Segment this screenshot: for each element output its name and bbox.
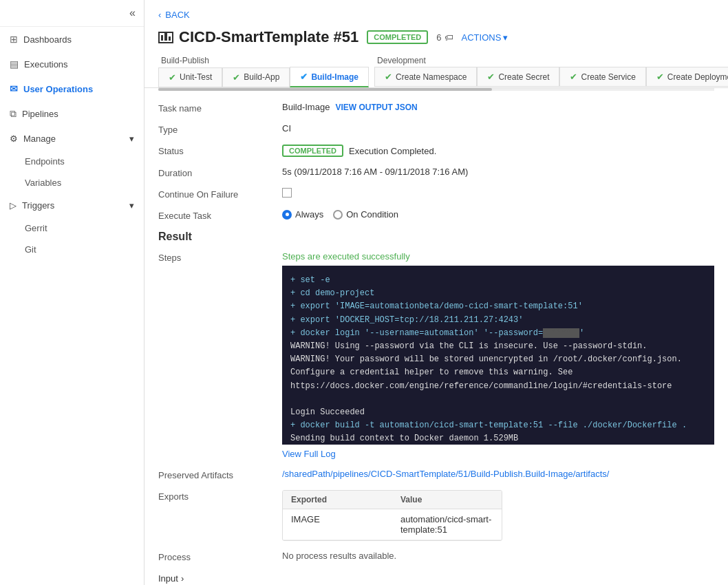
status-completed-badge: COMPLETED <box>282 145 343 157</box>
terminal-line-5: WARNING! Using --password via the CLI is… <box>290 340 706 353</box>
sidebar-item-user-operations[interactable]: ✉ User Operations <box>0 76 144 101</box>
exports-table-container: Exported Value IMAGE automation/cicd-sma… <box>282 490 502 541</box>
task-name-label: Task name <box>158 102 282 114</box>
terminal-output: + set -e + cd demo-project + export 'IMA… <box>282 266 714 445</box>
artifacts-label: Preserved Artifacts <box>158 469 282 480</box>
page-header: CICD-SmartTemplate #51 COMPLETED 6 🏷 ACT… <box>144 25 728 53</box>
result-section-title: Result <box>158 231 714 243</box>
field-steps: Steps Steps are executed successfully + … <box>158 251 714 459</box>
back-label: BACK <box>165 10 189 20</box>
gerrit-label: Gerrit <box>25 223 47 233</box>
actions-chevron: ▾ <box>503 32 508 43</box>
process-label: Process <box>158 551 282 562</box>
radio-condition-label: On Condition <box>346 209 398 220</box>
field-task-name: Task name Build-Image VIEW OUTPUT JSON <box>158 102 714 114</box>
continue-checkbox[interactable] <box>282 188 292 198</box>
tab-build-app[interactable]: ✔ Build-App <box>222 67 290 87</box>
pipeline-section: Build-Publish ✔ Unit-Test ✔ Build-App ✔ … <box>144 53 728 88</box>
sidebar-item-git[interactable]: Git <box>0 239 144 260</box>
type-label: Type <box>158 123 282 135</box>
sidebar-item-endpoints[interactable]: Endpoints <box>0 151 144 172</box>
process-value: No process results available. <box>282 551 396 561</box>
field-execute-task: Execute Task Always On Condition <box>158 209 714 221</box>
sidebar-item-executions[interactable]: ▤ Executions <box>0 52 144 76</box>
sidebar-toggle[interactable]: « <box>0 0 144 27</box>
exports-col-exported: Exported <box>283 491 392 509</box>
field-type: Type CI <box>158 123 714 135</box>
input-chevron: › <box>181 573 184 584</box>
radio-always-icon <box>282 210 292 220</box>
tab-label: Build-Image <box>311 72 358 82</box>
input-label: Input › <box>158 572 282 584</box>
exports-cell-value: automation/cicd-smart-template:51 <box>392 509 502 540</box>
execute-label: Execute Task <box>158 209 282 221</box>
main-content: ‹ BACK CICD-SmartTemplate #51 COMPLETED … <box>144 0 728 585</box>
execute-radio-group: Always On Condition <box>282 209 398 220</box>
radio-always[interactable]: Always <box>282 209 323 220</box>
view-full-log-link[interactable]: View Full Log <box>282 449 336 459</box>
exports-cell-key: IMAGE <box>283 509 392 540</box>
tab-label: Unit-Test <box>180 72 212 82</box>
endpoints-label: Endpoints <box>25 156 65 167</box>
input-expand-button[interactable]: Input › <box>158 573 282 584</box>
sidebar-item-variables[interactable]: Variables <box>0 172 144 193</box>
executions-icon: ▤ <box>10 58 19 70</box>
back-nav[interactable]: ‹ BACK <box>144 0 728 25</box>
terminal-line-10: + docker build -t automation/cicd-smart-… <box>290 419 706 432</box>
execute-value: Always On Condition <box>282 209 398 220</box>
tab-unit-test[interactable]: ✔ Unit-Test <box>158 67 222 87</box>
triggers-icon: ▷ <box>10 200 17 211</box>
terminal-line-9: Login Succeeded <box>290 406 706 419</box>
type-text: CI <box>282 123 291 134</box>
actions-button[interactable]: ACTIONS ▾ <box>462 32 508 43</box>
manage-label: Manage <box>23 134 56 144</box>
variables-label: Variables <box>25 178 61 188</box>
radio-on-condition[interactable]: On Condition <box>333 209 398 220</box>
sidebar-item-label: Executions <box>24 59 68 70</box>
sidebar-item-dashboards[interactable]: ⊞ Dashboards <box>0 27 144 52</box>
check-icon: ✔ <box>169 72 176 83</box>
exports-label: Exports <box>158 490 282 502</box>
field-input: Input › <box>158 572 714 584</box>
sidebar-triggers-group[interactable]: ▷ Triggers ▾ <box>0 193 144 217</box>
artifacts-path[interactable]: /sharedPath/pipelines/CICD-SmartTemplate… <box>282 469 609 479</box>
terminal-line-4: + docker login '--username=automation' '… <box>290 327 706 340</box>
type-value: CI <box>282 123 291 134</box>
check-icon: ✔ <box>487 72 495 82</box>
duration-text: 5s (09/11/2018 7:16 AM - 09/11/2018 7:16… <box>282 167 468 177</box>
duration-label: Duration <box>158 167 282 178</box>
tab-create-deployment[interactable]: ✔ Create Deployment <box>646 67 728 87</box>
terminal-blank <box>290 393 706 406</box>
tab-label: Create Deployment <box>667 72 728 82</box>
status-message: Execution Completed. <box>349 146 436 156</box>
steps-success-text: Steps are executed successfully <box>282 251 714 262</box>
tab-create-service[interactable]: ✔ Create Service <box>559 67 645 87</box>
tab-create-namespace[interactable]: ✔ Create Namespace <box>374 67 477 87</box>
pipeline-tabs-development: ✔ Create Namespace ✔ Create Secret ✔ Cre… <box>374 67 728 87</box>
terminal-line-6: WARNING! Your password will be stored un… <box>290 353 706 366</box>
exports-table: Exported Value IMAGE automation/cicd-sma… <box>282 490 502 541</box>
field-status: Status COMPLETED Execution Completed. <box>158 145 714 157</box>
user-operations-icon: ✉ <box>10 83 18 94</box>
sidebar-item-gerrit[interactable]: Gerrit <box>0 217 144 239</box>
detail-content: Task name Build-Image VIEW OUTPUT JSON T… <box>144 91 728 585</box>
status-label: Status <box>158 145 282 156</box>
tab-create-secret[interactable]: ✔ Create Secret <box>477 67 559 87</box>
pipeline-group-build-publish: Build-Publish ✔ Unit-Test ✔ Build-App ✔ … <box>158 53 369 87</box>
field-exports: Exports Exported Value IMAGE automation/… <box>158 490 714 541</box>
view-output-json-link[interactable]: VIEW OUTPUT JSON <box>335 103 417 112</box>
pipeline-group-development: Development ✔ Create Namespace ✔ Create … <box>374 53 728 87</box>
tab-build-image[interactable]: ✔ Build-Image <box>290 67 369 87</box>
sidebar-item-pipelines[interactable]: ⧉ Pipelines <box>0 101 144 127</box>
back-chevron: ‹ <box>158 10 161 20</box>
input-label-text: Input <box>158 573 178 584</box>
terminal-line-1: + cd demo-project <box>290 287 706 300</box>
exports-header-row: Exported Value <box>283 491 502 509</box>
tab-scroll-thumb <box>158 88 492 91</box>
page-title-text: CICD-SmartTemplate #51 <box>179 28 358 46</box>
tab-label: Create Service <box>581 72 635 82</box>
steps-content: Steps are executed successfully + set -e… <box>282 251 714 459</box>
sidebar-manage-group[interactable]: ⚙ Manage ▾ <box>0 127 144 151</box>
tab-label: Build-App <box>244 72 279 82</box>
check-icon: ✔ <box>233 72 240 83</box>
